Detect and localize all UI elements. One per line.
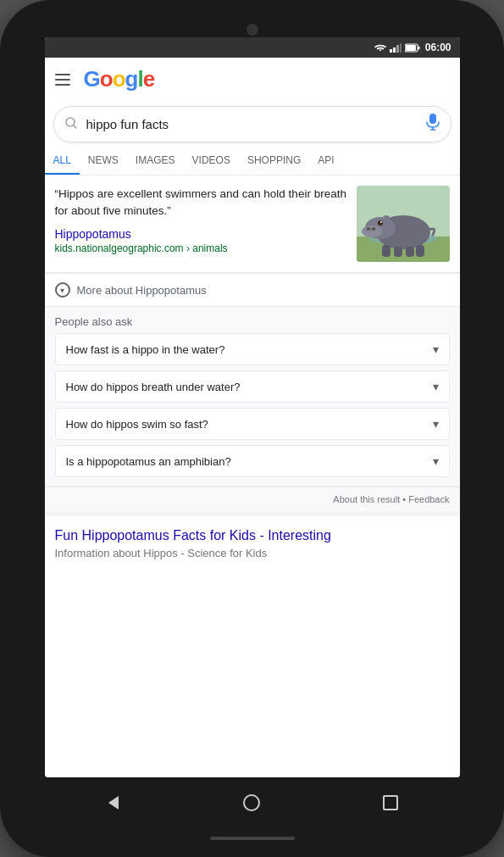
tab-images[interactable]: IMAGES (127, 147, 184, 175)
svg-rect-26 (416, 245, 424, 257)
google-header: Google (45, 58, 460, 101)
phone-frame: 06:00 Google (0, 0, 504, 857)
svg-point-19 (371, 227, 375, 231)
tab-api[interactable]: API (309, 147, 342, 175)
result-title[interactable]: Fun Hippopotamus Facts for Kids - Intere… (55, 526, 450, 545)
signal-icon (390, 43, 402, 53)
paa-title: People also ask (55, 315, 450, 328)
hamburger-menu[interactable] (55, 74, 70, 86)
chevron-down-icon: ▾ (55, 282, 70, 298)
svg-rect-5 (406, 45, 416, 51)
svg-point-20 (378, 220, 383, 225)
speaker (219, 42, 286, 49)
paa-question-3: How do hippos swim so fast? (66, 418, 433, 431)
svg-point-22 (383, 215, 390, 220)
paa-item-3[interactable]: How do hippos swim so fast? ▾ (55, 408, 450, 440)
logo-o2: o (113, 66, 125, 92)
paa-chevron-3: ▾ (433, 417, 439, 431)
bottom-nav (45, 777, 460, 828)
recent-icon (383, 795, 398, 810)
svg-point-17 (362, 225, 382, 237)
phone-top-area (0, 0, 504, 37)
screen: 06:00 Google (45, 37, 460, 777)
wifi-icon (374, 43, 386, 53)
paa-item-4[interactable]: Is a hippopotamus an amphibian? ▾ (55, 445, 450, 477)
tab-news[interactable]: NEWS (80, 147, 127, 175)
paa-question-1: How fast is a hippo in the water? (66, 343, 433, 356)
snippet-image (357, 186, 450, 262)
search-results: “Hippos are excellent swimmers and can h… (45, 175, 460, 777)
logo-o1: o (100, 66, 113, 92)
paa-chevron-2: ▾ (433, 380, 439, 393)
home-icon (243, 794, 260, 811)
paa-item-1[interactable]: How fast is a hippo in the water? ▾ (55, 333, 450, 365)
paa-question-4: Is a hippopotamus an amphibian? (66, 455, 433, 468)
more-about-button[interactable]: ▾ More about Hippopotamus (45, 273, 460, 306)
paa-chevron-1: ▾ (433, 342, 439, 356)
svg-rect-9 (429, 114, 436, 124)
snippet-source-url: kids.nationalgeographic.com › animals (55, 242, 348, 254)
svg-rect-3 (400, 43, 402, 53)
svg-rect-6 (418, 46, 419, 49)
snippet-source-title[interactable]: Hippopotamus (55, 227, 348, 241)
tab-shopping[interactable]: SHOPPING (239, 147, 309, 175)
svg-line-8 (73, 125, 76, 128)
camera (246, 24, 258, 36)
more-about-label: More about Hippopotamus (77, 284, 207, 297)
logo-g: G (84, 66, 100, 92)
back-icon (108, 796, 119, 810)
featured-snippet: “Hippos are excellent swimmers and can h… (45, 175, 460, 273)
svg-rect-25 (406, 247, 414, 257)
snippet-quote: “Hippos are excellent swimmers and can h… (55, 186, 348, 220)
paa-item-2[interactable]: How do hippos breath under water? ▾ (55, 370, 450, 403)
tab-all[interactable]: ALL (45, 147, 80, 175)
result-subtitle: Information about Hippos - Science for K… (55, 547, 450, 559)
svg-rect-23 (382, 245, 390, 257)
svg-rect-24 (394, 247, 402, 257)
back-button[interactable] (103, 793, 124, 813)
phone-bottom (0, 828, 504, 857)
paa-chevron-4: ▾ (433, 454, 439, 468)
home-button[interactable] (241, 793, 262, 813)
recent-button[interactable] (380, 793, 401, 813)
svg-point-18 (366, 227, 370, 231)
battery-icon (405, 43, 420, 53)
logo-e: e (143, 66, 154, 92)
svg-rect-2 (396, 45, 399, 53)
about-result-text: About this result • Feedback (333, 494, 449, 504)
next-result: Fun Hippopotamus Facts for Kids - Intere… (45, 511, 460, 566)
status-icons (374, 43, 420, 53)
svg-rect-1 (393, 47, 396, 53)
search-icon (64, 116, 78, 133)
search-input[interactable] (86, 117, 417, 131)
paa-question-2: How do hippos breath under water? (66, 381, 433, 393)
snippet-text-area: “Hippos are excellent swimmers and can h… (55, 186, 348, 254)
bottom-bar (210, 837, 295, 840)
about-result: About this result • Feedback (45, 487, 460, 511)
svg-point-21 (380, 221, 382, 223)
search-bar[interactable] (53, 106, 451, 142)
mic-icon[interactable] (425, 114, 440, 135)
time-display: 06:00 (425, 42, 451, 53)
people-also-ask-section: People also ask How fast is a hippo in t… (45, 306, 460, 487)
tab-videos[interactable]: VIDEOS (184, 147, 239, 175)
svg-rect-0 (390, 49, 392, 53)
search-tabs: ALL NEWS IMAGES VIDEOS SHOPPING API (45, 147, 460, 175)
google-logo: Google (84, 66, 155, 92)
logo-g2: g (125, 66, 138, 92)
